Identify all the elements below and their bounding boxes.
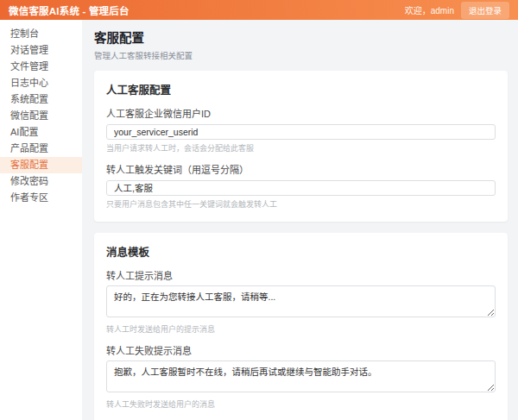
transfer-fail-textarea[interactable]: 抱歉，人工客服暂时不在线，请稍后再试或继续与智能助手对话。 bbox=[106, 360, 496, 392]
app-window: 微信客服AI系统 - 管理后台 欢迎，admin 退出登录 控制台 对话管理 文… bbox=[0, 0, 518, 420]
field-transfer-fail: 转人工失败提示消息 抱歉，人工客服暂时不在线，请稍后再试或继续与智能助手对话。 … bbox=[106, 343, 496, 410]
sidebar-item-logs[interactable]: 日志中心 bbox=[0, 75, 82, 91]
top-bar-right: 欢迎，admin 退出登录 bbox=[405, 2, 509, 19]
field-servicer-userid: 人工客服企业微信用户ID 当用户请求转人工时，会话会分配给此客服 bbox=[106, 106, 496, 154]
sidebar-item-product-config[interactable]: 产品配置 bbox=[0, 141, 82, 157]
app-title: 微信客服AI系统 - 管理后台 bbox=[9, 3, 130, 17]
page-subtitle: 管理人工客服转接相关配置 bbox=[94, 49, 508, 61]
top-bar: 微信客服AI系统 - 管理后台 欢迎，admin 退出登录 bbox=[0, 0, 518, 20]
card-title: 人工客服配置 bbox=[106, 81, 496, 97]
body-wrap: 控制台 对话管理 文件管理 日志中心 系统配置 微信配置 AI配置 产品配置 客… bbox=[0, 20, 518, 420]
sidebar-item-files[interactable]: 文件管理 bbox=[0, 59, 82, 75]
field-transfer-prompt: 转人工提示消息 好的，正在为您转接人工客服，请稍等... 转人工时发送给用户的提… bbox=[106, 268, 496, 335]
transfer-keywords-label: 转人工触发关键词（用逗号分隔） bbox=[106, 162, 496, 176]
sidebar-item-system-config[interactable]: 系统配置 bbox=[0, 91, 82, 108]
servicer-userid-help: 当用户请求转人工时，会话会分配给此客服 bbox=[106, 142, 496, 154]
sidebar: 控制台 对话管理 文件管理 日志中心 系统配置 微信配置 AI配置 产品配置 客… bbox=[0, 20, 82, 420]
page-title: 客服配置 bbox=[94, 28, 508, 46]
sidebar-item-wechat-config[interactable]: 微信配置 bbox=[0, 108, 82, 124]
sidebar-item-service-config[interactable]: 客服配置 bbox=[0, 157, 82, 173]
servicer-userid-label: 人工客服企业微信用户ID bbox=[106, 106, 496, 120]
sidebar-item-conversations[interactable]: 对话管理 bbox=[0, 42, 82, 59]
transfer-prompt-textarea[interactable]: 好的，正在为您转接人工客服，请稍等... bbox=[106, 285, 496, 317]
card-message-templates: 消息模板 转人工提示消息 好的，正在为您转接人工客服，请稍等... 转人工时发送… bbox=[94, 233, 508, 420]
transfer-fail-label: 转人工失败提示消息 bbox=[106, 343, 496, 357]
transfer-keywords-input[interactable] bbox=[106, 180, 496, 196]
welcome-text: 欢迎，admin bbox=[405, 3, 454, 16]
transfer-prompt-help: 转人工时发送给用户的提示消息 bbox=[106, 323, 496, 335]
sidebar-item-ai-config[interactable]: AI配置 bbox=[0, 124, 82, 141]
transfer-prompt-label: 转人工提示消息 bbox=[106, 268, 496, 282]
sidebar-item-dashboard[interactable]: 控制台 bbox=[0, 26, 82, 42]
transfer-fail-help: 转人工失败时发送给用户的消息 bbox=[106, 398, 496, 410]
sidebar-item-author-zone[interactable]: 作者专区 bbox=[0, 190, 82, 206]
card-title: 消息模板 bbox=[106, 243, 496, 260]
servicer-userid-input[interactable] bbox=[106, 124, 496, 140]
logout-button[interactable]: 退出登录 bbox=[461, 2, 509, 19]
field-transfer-keywords: 转人工触发关键词（用逗号分隔） 只要用户消息包含其中任一关键词就会触发转人工 bbox=[106, 162, 496, 210]
transfer-keywords-help: 只要用户消息包含其中任一关键词就会触发转人工 bbox=[106, 198, 496, 210]
card-manual-service-config: 人工客服配置 人工客服企业微信用户ID 当用户请求转人工时，会话会分配给此客服 … bbox=[94, 71, 508, 222]
sidebar-item-change-password[interactable]: 修改密码 bbox=[0, 173, 82, 190]
main-content: 客服配置 管理人工客服转接相关配置 人工客服配置 人工客服企业微信用户ID 当用… bbox=[82, 20, 518, 420]
